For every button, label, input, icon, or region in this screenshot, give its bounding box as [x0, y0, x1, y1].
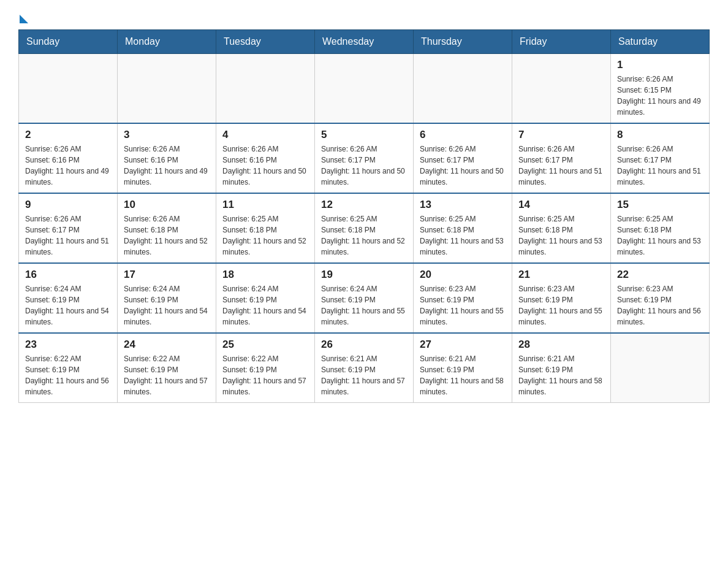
day-number: 15 — [617, 199, 703, 211]
day-number: 24 — [124, 339, 210, 351]
day-number: 26 — [321, 339, 407, 351]
calendar-cell: 15Sunrise: 6:25 AMSunset: 6:18 PMDayligh… — [611, 193, 710, 263]
day-number: 6 — [420, 129, 506, 141]
calendar-cell: 25Sunrise: 6:22 AMSunset: 6:19 PMDayligh… — [216, 333, 315, 403]
day-info: Sunrise: 6:25 AMSunset: 6:18 PMDaylight:… — [617, 213, 703, 258]
calendar-cell: 23Sunrise: 6:22 AMSunset: 6:19 PMDayligh… — [19, 333, 118, 403]
day-number: 22 — [617, 269, 703, 281]
week-row-1: 1Sunrise: 6:26 AMSunset: 6:15 PMDaylight… — [19, 54, 710, 124]
column-header-sunday: Sunday — [19, 30, 118, 54]
column-header-tuesday: Tuesday — [216, 30, 315, 54]
day-number: 11 — [222, 199, 308, 211]
calendar-cell: 7Sunrise: 6:26 AMSunset: 6:17 PMDaylight… — [512, 123, 611, 193]
day-info: Sunrise: 6:24 AMSunset: 6:19 PMDaylight:… — [222, 283, 308, 327]
logo-arrow-icon — [20, 15, 28, 23]
column-header-saturday: Saturday — [611, 30, 710, 54]
day-number: 2 — [25, 129, 111, 141]
day-number: 12 — [321, 199, 407, 211]
day-info: Sunrise: 6:25 AMSunset: 6:18 PMDaylight:… — [420, 213, 506, 258]
calendar-cell: 5Sunrise: 6:26 AMSunset: 6:17 PMDaylight… — [315, 123, 414, 193]
calendar-cell: 1Sunrise: 6:26 AMSunset: 6:15 PMDaylight… — [611, 54, 710, 124]
calendar-cell: 21Sunrise: 6:23 AMSunset: 6:19 PMDayligh… — [512, 263, 611, 333]
calendar-cell: 8Sunrise: 6:26 AMSunset: 6:17 PMDaylight… — [611, 123, 710, 193]
calendar-header-row: SundayMondayTuesdayWednesdayThursdayFrid… — [19, 30, 710, 54]
calendar-cell: 2Sunrise: 6:26 AMSunset: 6:16 PMDaylight… — [19, 123, 118, 193]
day-info: Sunrise: 6:26 AMSunset: 6:17 PMDaylight:… — [617, 144, 703, 188]
day-number: 21 — [518, 269, 604, 281]
calendar-cell — [611, 333, 710, 403]
day-info: Sunrise: 6:23 AMSunset: 6:19 PMDaylight:… — [518, 283, 604, 327]
week-row-3: 9Sunrise: 6:26 AMSunset: 6:17 PMDaylight… — [19, 193, 710, 263]
day-info: Sunrise: 6:24 AMSunset: 6:19 PMDaylight:… — [321, 283, 407, 327]
day-number: 13 — [420, 199, 506, 211]
day-number: 4 — [222, 129, 308, 141]
day-info: Sunrise: 6:21 AMSunset: 6:19 PMDaylight:… — [321, 353, 407, 397]
calendar-cell: 3Sunrise: 6:26 AMSunset: 6:16 PMDaylight… — [118, 123, 216, 193]
calendar-cell — [216, 54, 315, 124]
column-header-friday: Friday — [512, 30, 611, 54]
week-row-4: 16Sunrise: 6:24 AMSunset: 6:19 PMDayligh… — [19, 263, 710, 333]
day-number: 23 — [25, 339, 111, 351]
day-info: Sunrise: 6:26 AMSunset: 6:17 PMDaylight:… — [25, 213, 111, 258]
day-number: 7 — [518, 129, 604, 141]
calendar-cell: 6Sunrise: 6:26 AMSunset: 6:17 PMDaylight… — [414, 123, 512, 193]
calendar-cell — [512, 54, 611, 124]
day-number: 27 — [420, 339, 506, 351]
day-info: Sunrise: 6:26 AMSunset: 6:18 PMDaylight:… — [124, 213, 210, 258]
calendar-cell: 22Sunrise: 6:23 AMSunset: 6:19 PMDayligh… — [611, 263, 710, 333]
calendar-table: SundayMondayTuesdayWednesdayThursdayFrid… — [18, 29, 710, 403]
day-info: Sunrise: 6:25 AMSunset: 6:18 PMDaylight:… — [518, 213, 604, 258]
calendar-cell: 16Sunrise: 6:24 AMSunset: 6:19 PMDayligh… — [19, 263, 118, 333]
day-info: Sunrise: 6:22 AMSunset: 6:19 PMDaylight:… — [25, 353, 111, 397]
day-number: 5 — [321, 129, 407, 141]
calendar-cell: 24Sunrise: 6:22 AMSunset: 6:19 PMDayligh… — [118, 333, 216, 403]
day-info: Sunrise: 6:23 AMSunset: 6:19 PMDaylight:… — [617, 283, 703, 327]
calendar-cell: 4Sunrise: 6:26 AMSunset: 6:16 PMDaylight… — [216, 123, 315, 193]
day-info: Sunrise: 6:26 AMSunset: 6:15 PMDaylight:… — [617, 74, 703, 118]
day-number: 17 — [124, 269, 210, 281]
day-info: Sunrise: 6:23 AMSunset: 6:19 PMDaylight:… — [420, 283, 506, 327]
day-info: Sunrise: 6:21 AMSunset: 6:19 PMDaylight:… — [420, 353, 506, 397]
calendar-cell: 10Sunrise: 6:26 AMSunset: 6:18 PMDayligh… — [118, 193, 216, 263]
calendar-cell: 19Sunrise: 6:24 AMSunset: 6:19 PMDayligh… — [315, 263, 414, 333]
day-number: 14 — [518, 199, 604, 211]
calendar-cell: 28Sunrise: 6:21 AMSunset: 6:19 PMDayligh… — [512, 333, 611, 403]
column-header-monday: Monday — [118, 30, 216, 54]
day-info: Sunrise: 6:22 AMSunset: 6:19 PMDaylight:… — [222, 353, 308, 397]
calendar-cell: 17Sunrise: 6:24 AMSunset: 6:19 PMDayligh… — [118, 263, 216, 333]
calendar-cell — [19, 54, 118, 124]
day-number: 8 — [617, 129, 703, 141]
calendar-cell: 12Sunrise: 6:25 AMSunset: 6:18 PMDayligh… — [315, 193, 414, 263]
calendar-cell: 18Sunrise: 6:24 AMSunset: 6:19 PMDayligh… — [216, 263, 315, 333]
logo — [18, 12, 28, 23]
day-info: Sunrise: 6:24 AMSunset: 6:19 PMDaylight:… — [124, 283, 210, 327]
column-header-wednesday: Wednesday — [315, 30, 414, 54]
column-header-thursday: Thursday — [414, 30, 512, 54]
day-number: 28 — [518, 339, 604, 351]
calendar-cell: 14Sunrise: 6:25 AMSunset: 6:18 PMDayligh… — [512, 193, 611, 263]
day-number: 19 — [321, 269, 407, 281]
calendar-cell — [315, 54, 414, 124]
calendar-cell: 9Sunrise: 6:26 AMSunset: 6:17 PMDaylight… — [19, 193, 118, 263]
calendar-cell — [118, 54, 216, 124]
calendar-cell: 26Sunrise: 6:21 AMSunset: 6:19 PMDayligh… — [315, 333, 414, 403]
day-info: Sunrise: 6:25 AMSunset: 6:18 PMDaylight:… — [321, 213, 407, 258]
day-number: 18 — [222, 269, 308, 281]
calendar-cell — [414, 54, 512, 124]
day-number: 10 — [124, 199, 210, 211]
day-info: Sunrise: 6:25 AMSunset: 6:18 PMDaylight:… — [222, 213, 308, 258]
day-info: Sunrise: 6:26 AMSunset: 6:16 PMDaylight:… — [222, 144, 308, 188]
day-info: Sunrise: 6:26 AMSunset: 6:17 PMDaylight:… — [321, 144, 407, 188]
calendar-cell: 11Sunrise: 6:25 AMSunset: 6:18 PMDayligh… — [216, 193, 315, 263]
day-number: 16 — [25, 269, 111, 281]
calendar-cell: 20Sunrise: 6:23 AMSunset: 6:19 PMDayligh… — [414, 263, 512, 333]
day-number: 1 — [617, 59, 703, 71]
day-info: Sunrise: 6:24 AMSunset: 6:19 PMDaylight:… — [25, 283, 111, 327]
day-number: 9 — [25, 199, 111, 211]
week-row-2: 2Sunrise: 6:26 AMSunset: 6:16 PMDaylight… — [19, 123, 710, 193]
week-row-5: 23Sunrise: 6:22 AMSunset: 6:19 PMDayligh… — [19, 333, 710, 403]
day-info: Sunrise: 6:22 AMSunset: 6:19 PMDaylight:… — [124, 353, 210, 397]
page-header — [18, 12, 710, 23]
day-number: 20 — [420, 269, 506, 281]
day-number: 3 — [124, 129, 210, 141]
